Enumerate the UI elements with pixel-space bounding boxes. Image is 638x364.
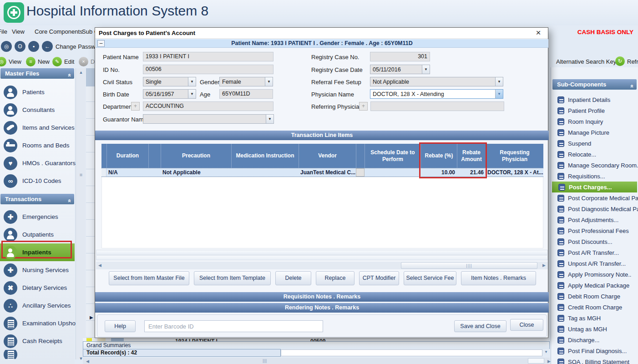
- sub-item-suspend[interactable]: Suspend: [551, 138, 638, 149]
- scroll-left-icon[interactable]: ◀: [84, 358, 91, 364]
- col-requesting-physician[interactable]: Requesting Physician: [486, 144, 543, 168]
- sub-item-manage-secondary-room[interactable]: Manage Secondary Room..: [551, 160, 638, 171]
- alternative-search-key-label[interactable]: Alternative Search Key: [556, 58, 616, 65]
- sub-item-post-final-diagnosis[interactable]: Post Final Diagnosis...: [551, 345, 638, 356]
- chevron-down-icon[interactable]: ▼: [265, 77, 273, 86]
- view-button[interactable]: View: [9, 58, 21, 65]
- guarantor-combo[interactable]: ▼: [143, 114, 274, 124]
- collapse-icon[interactable]: »: [64, 199, 74, 202]
- duration-cell[interactable]: N/A: [106, 168, 148, 177]
- sub-item-unpost-ar-transfer[interactable]: Unpost A/R Transfer...: [551, 258, 638, 269]
- sub-item-post-discounts[interactable]: Post Discounts...: [551, 236, 638, 247]
- sidebar-item-ancillary[interactable]: ∴ Ancillary Services: [0, 297, 75, 314]
- sidebar-item-hmos[interactable]: ♥ HMOs . Guarantors: [0, 154, 75, 172]
- scroll-grip-icon[interactable]: ||||: [263, 358, 267, 364]
- scroll-right-icon[interactable]: ▶: [545, 358, 553, 364]
- rendering-notes-bar[interactable]: Rendering Notes . Remarks: [95, 303, 549, 313]
- sidebar-item-cash-receipts[interactable]: Cash Receipts: [0, 332, 75, 350]
- collapse-icon[interactable]: »: [64, 74, 74, 77]
- sub-item-post-charges-selected[interactable]: Post Charges...: [552, 182, 637, 192]
- sub-item-discharge[interactable]: Discharge...: [551, 334, 638, 345]
- save-and-close-button[interactable]: Save and Close: [454, 320, 506, 332]
- patient-name-field[interactable]: 1933 I PATIENT I: [143, 52, 273, 61]
- sub-item-soa-billing[interactable]: SOA . Billing Statement: [551, 356, 638, 364]
- grid-h-scrollbar[interactable]: ◀ |||| ▶: [96, 262, 548, 269]
- sidebar-item-items-services[interactable]: Items and Services: [0, 119, 75, 136]
- sidebar-item-emergencies[interactable]: ✚ Emergencies: [0, 208, 75, 226]
- sub-item-apply-promissory[interactable]: Apply Promissory Note..: [551, 269, 638, 280]
- sub-item-post-diagnostic[interactable]: Post Diagnostic Medical Pa...: [551, 203, 638, 214]
- sub-item-apply-medical-package[interactable]: Apply Medical Package: [551, 280, 638, 291]
- col-vendor[interactable]: Vendor: [299, 144, 356, 168]
- rebate-pct-cell[interactable]: 10.00: [420, 168, 457, 177]
- sub-item-debit-room-charge[interactable]: Debit Room Charge: [551, 291, 638, 302]
- minimize-icon[interactable]: –: [97, 40, 105, 47]
- sub-item-untag-mgh[interactable]: Untag as MGH: [551, 324, 638, 334]
- col-duration[interactable]: Duration: [106, 144, 148, 168]
- referral-fee-combo[interactable]: Not Applicable▼: [370, 77, 503, 86]
- menu-core-components[interactable]: Core Components: [35, 28, 83, 35]
- chevron-down-icon[interactable]: ▼: [422, 65, 430, 74]
- sub-item-post-ar-transfer[interactable]: Post A/R Transfer...: [551, 247, 638, 258]
- chevron-down-icon[interactable]: ▼: [188, 90, 196, 98]
- key-icon[interactable]: ←: [42, 41, 53, 52]
- close-button[interactable]: Close: [510, 319, 543, 331]
- scroll-left-icon[interactable]: ◀: [96, 262, 104, 269]
- replace-button[interactable]: Replace: [316, 271, 354, 285]
- delete-button[interactable]: Delete: [275, 271, 311, 285]
- sub-item-post-professional-fees[interactable]: Post Professional Fees: [551, 225, 638, 236]
- new-icon[interactable]: ≡: [26, 57, 35, 66]
- sidebar-item-consultants[interactable]: Consultants: [0, 101, 75, 119]
- summary-value-field[interactable]: [281, 349, 542, 356]
- select-item-template-button[interactable]: Select from Item Template: [194, 271, 271, 285]
- close-icon[interactable]: ×: [533, 28, 543, 38]
- menu-view[interactable]: View: [12, 28, 25, 35]
- sidebar-item-rooms-beds[interactable]: Rooms and Beds: [0, 136, 75, 154]
- sub-item-manage-picture[interactable]: Manage Picture: [551, 127, 638, 138]
- requisition-notes-bar[interactable]: Requisition Notes . Remarks: [95, 292, 549, 302]
- dropdown-small-icon[interactable]: ▼: [544, 350, 548, 354]
- birth-date-combo[interactable]: 05/16/1957▼: [143, 89, 196, 99]
- select-service-fee-button[interactable]: Select Service Fee: [404, 271, 456, 285]
- department-field[interactable]: ACCOUNTING: [143, 101, 273, 111]
- edit-button[interactable]: Edit: [64, 58, 74, 65]
- sidebar-item-nursing[interactable]: ✚ Nursing Services: [0, 261, 75, 279]
- col-precaution[interactable]: Precaution: [161, 144, 231, 168]
- sub-item-requisitions[interactable]: Requisitions...: [551, 171, 638, 182]
- scroll-thumb[interactable]: [528, 358, 544, 364]
- edit-icon[interactable]: ✎: [52, 57, 62, 66]
- gender-combo[interactable]: Female▼: [219, 77, 273, 86]
- about-icon[interactable]: ◎: [1, 41, 12, 52]
- requesting-physician-cell[interactable]: DOCTOR, 128 X - At...: [486, 168, 543, 177]
- refresh-button[interactable]: Refre: [627, 58, 638, 65]
- chevron-down-icon[interactable]: ▼: [188, 77, 196, 86]
- precaution-cell[interactable]: Not Applicable: [161, 168, 231, 177]
- new-button[interactable]: New: [38, 58, 50, 65]
- item-notes-button[interactable]: Item Notes . Remarks: [461, 271, 536, 285]
- collapse-icon[interactable]: »: [626, 85, 637, 88]
- view-icon[interactable]: ◎: [0, 57, 6, 66]
- power-icon[interactable]: ʘ: [15, 41, 25, 52]
- scroll-thumb[interactable]: ||||: [401, 262, 537, 269]
- dialog-titlebar[interactable]: Post Charges to Patient's Account ×: [95, 28, 548, 39]
- sub-item-post-corporate[interactable]: Post Corporate Medical Pac...: [551, 192, 638, 203]
- col-rebate-pct[interactable]: Rebate (%): [420, 144, 457, 168]
- sidebar-item-partial[interactable]: [0, 350, 75, 359]
- scroll-right-icon[interactable]: ▶: [540, 262, 548, 269]
- section-transactions[interactable]: Transactions »: [0, 194, 74, 204]
- chevron-down-icon[interactable]: ▼: [495, 90, 503, 98]
- sidebar-item-exam-upshots[interactable]: Examination Upshots...: [0, 314, 75, 332]
- browse-cell-button[interactable]: [356, 168, 365, 177]
- grid-data-row[interactable]: N/A Not Applicable JuanTest Medical C...…: [101, 168, 543, 177]
- chevron-down-icon[interactable]: ▼: [495, 77, 503, 86]
- sub-item-patient-profile[interactable]: Patient Profile: [551, 105, 638, 116]
- sidebar-item-patients[interactable]: Patients: [0, 83, 75, 101]
- sidebar-item-inpatients-selected[interactable]: Inpatients: [0, 243, 75, 261]
- select-item-master-button[interactable]: Select from Item Master File: [109, 271, 189, 285]
- sub-item-tag-mgh[interactable]: Tag as MGH: [551, 313, 638, 324]
- chevron-down-icon[interactable]: ▼: [266, 115, 273, 123]
- col-schedule-date[interactable]: Schedule Date to Perform: [365, 144, 420, 168]
- col-medication-instruction[interactable]: Medication Instruction: [231, 144, 299, 168]
- rebate-amount-cell[interactable]: 21.46: [457, 168, 486, 177]
- department-add-icon[interactable]: +: [131, 102, 140, 111]
